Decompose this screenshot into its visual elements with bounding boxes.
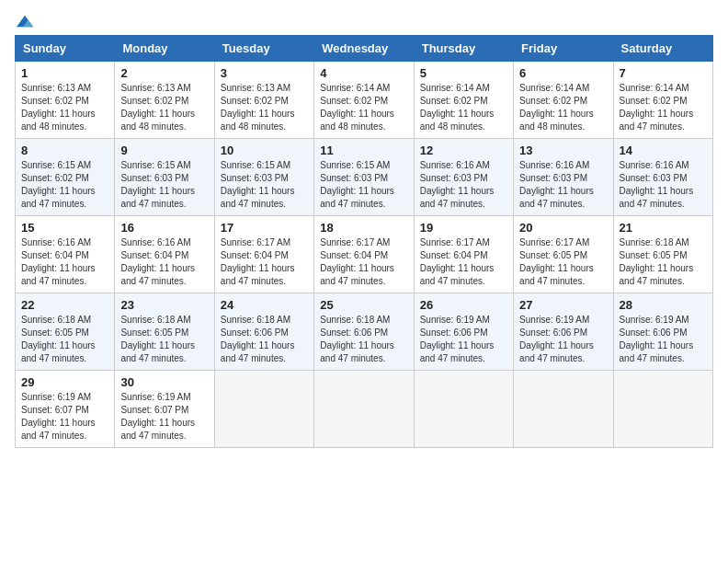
- calendar-table: SundayMondayTuesdayWednesdayThursdayFrid…: [15, 35, 713, 448]
- sunrise-text: Sunrise: 6:19 AM: [120, 392, 190, 402]
- daylight-text: Daylight: 11 hours and 48 minutes.: [221, 109, 295, 132]
- sunrise-text: Sunrise: 6:15 AM: [120, 160, 190, 170]
- daylight-text: Daylight: 11 hours and 47 minutes.: [620, 263, 694, 286]
- calendar-cell: 4 Sunrise: 6:14 AM Sunset: 6:02 PM Dayli…: [314, 62, 414, 139]
- day-number: 13: [519, 144, 607, 157]
- sunset-text: Sunset: 6:02 PM: [120, 96, 188, 106]
- daylight-text: Daylight: 11 hours and 47 minutes.: [221, 263, 295, 286]
- calendar-cell: 21 Sunrise: 6:18 AM Sunset: 6:05 PM Dayl…: [613, 216, 712, 293]
- calendar-cell: [613, 371, 712, 448]
- daylight-text: Daylight: 11 hours and 47 minutes.: [320, 263, 394, 286]
- daylight-text: Daylight: 11 hours and 47 minutes.: [620, 109, 694, 132]
- daylight-text: Daylight: 11 hours and 47 minutes.: [21, 186, 96, 209]
- day-info: Sunrise: 6:14 AM Sunset: 6:02 PM Dayligh…: [420, 82, 507, 133]
- calendar-week-3: 15 Sunrise: 6:16 AM Sunset: 6:04 PM Dayl…: [16, 216, 713, 293]
- day-number: 24: [221, 298, 308, 312]
- day-info: Sunrise: 6:15 AM Sunset: 6:03 PM Dayligh…: [320, 159, 407, 211]
- day-number: 18: [320, 221, 407, 235]
- calendar-cell: 28 Sunrise: 6:19 AM Sunset: 6:06 PM Dayl…: [613, 293, 712, 371]
- sunset-text: Sunset: 6:04 PM: [221, 250, 289, 260]
- day-number: 1: [21, 66, 108, 80]
- sunset-text: Sunset: 6:03 PM: [519, 173, 587, 183]
- daylight-text: Daylight: 11 hours and 47 minutes.: [420, 186, 495, 209]
- day-number: 20: [519, 221, 607, 235]
- sunset-text: Sunset: 6:02 PM: [21, 173, 89, 183]
- sunrise-text: Sunrise: 6:18 AM: [221, 315, 290, 325]
- day-number: 23: [120, 298, 208, 312]
- sunset-text: Sunset: 6:05 PM: [620, 250, 688, 260]
- calendar-cell: 2 Sunrise: 6:13 AM Sunset: 6:02 PM Dayli…: [115, 62, 214, 139]
- sunset-text: Sunset: 6:07 PM: [21, 405, 89, 415]
- sunset-text: Sunset: 6:02 PM: [620, 96, 688, 106]
- day-info: Sunrise: 6:19 AM Sunset: 6:06 PM Dayligh…: [420, 314, 507, 365]
- sunrise-text: Sunrise: 6:14 AM: [620, 83, 689, 93]
- sunset-text: Sunset: 6:03 PM: [420, 173, 488, 183]
- sunset-text: Sunset: 6:03 PM: [221, 173, 289, 183]
- daylight-text: Daylight: 11 hours and 47 minutes.: [320, 186, 394, 209]
- day-info: Sunrise: 6:18 AM Sunset: 6:05 PM Dayligh…: [120, 314, 208, 365]
- day-info: Sunrise: 6:19 AM Sunset: 6:07 PM Dayligh…: [120, 391, 208, 442]
- sunrise-text: Sunrise: 6:17 AM: [420, 237, 490, 247]
- calendar-cell: 16 Sunrise: 6:16 AM Sunset: 6:04 PM Dayl…: [115, 216, 214, 293]
- day-number: 21: [620, 221, 707, 235]
- sunset-text: Sunset: 6:02 PM: [519, 96, 587, 106]
- sunset-text: Sunset: 6:04 PM: [120, 250, 188, 260]
- calendar-header-thursday: Thursday: [414, 36, 513, 62]
- sunrise-text: Sunrise: 6:16 AM: [519, 160, 589, 170]
- sunset-text: Sunset: 6:06 PM: [519, 327, 587, 338]
- daylight-text: Daylight: 11 hours and 48 minutes.: [519, 109, 594, 132]
- day-info: Sunrise: 6:13 AM Sunset: 6:02 PM Dayligh…: [120, 82, 208, 133]
- daylight-text: Daylight: 11 hours and 47 minutes.: [620, 340, 694, 363]
- day-number: 27: [519, 298, 607, 312]
- calendar-cell: [314, 371, 414, 448]
- day-number: 8: [21, 144, 108, 157]
- day-number: 14: [620, 144, 707, 157]
- day-info: Sunrise: 6:14 AM Sunset: 6:02 PM Dayligh…: [620, 82, 707, 133]
- day-info: Sunrise: 6:14 AM Sunset: 6:02 PM Dayligh…: [320, 82, 407, 133]
- calendar-cell: 7 Sunrise: 6:14 AM Sunset: 6:02 PM Dayli…: [613, 62, 712, 139]
- calendar-cell: 27 Sunrise: 6:19 AM Sunset: 6:06 PM Dayl…: [514, 293, 613, 371]
- calendar-header-sunday: Sunday: [16, 36, 115, 62]
- day-info: Sunrise: 6:19 AM Sunset: 6:06 PM Dayligh…: [620, 314, 707, 365]
- daylight-text: Daylight: 11 hours and 47 minutes.: [21, 263, 96, 286]
- day-number: 12: [420, 144, 507, 157]
- day-info: Sunrise: 6:13 AM Sunset: 6:02 PM Dayligh…: [21, 82, 108, 133]
- calendar-cell: 14 Sunrise: 6:16 AM Sunset: 6:03 PM Dayl…: [613, 139, 712, 216]
- day-number: 15: [21, 221, 108, 235]
- daylight-text: Daylight: 11 hours and 47 minutes.: [21, 340, 96, 363]
- calendar-week-4: 22 Sunrise: 6:18 AM Sunset: 6:05 PM Dayl…: [16, 293, 713, 371]
- daylight-text: Daylight: 11 hours and 47 minutes.: [120, 418, 195, 441]
- calendar-cell: 13 Sunrise: 6:16 AM Sunset: 6:03 PM Dayl…: [514, 139, 613, 216]
- day-info: Sunrise: 6:17 AM Sunset: 6:04 PM Dayligh…: [221, 236, 308, 288]
- sunrise-text: Sunrise: 6:17 AM: [320, 237, 390, 247]
- day-number: 4: [320, 66, 407, 80]
- calendar-header-wednesday: Wednesday: [314, 36, 414, 62]
- sunset-text: Sunset: 6:04 PM: [21, 250, 89, 260]
- calendar-cell: 11 Sunrise: 6:15 AM Sunset: 6:03 PM Dayl…: [314, 139, 414, 216]
- sunrise-text: Sunrise: 6:13 AM: [120, 83, 190, 93]
- calendar-header-tuesday: Tuesday: [214, 36, 313, 62]
- day-info: Sunrise: 6:16 AM Sunset: 6:03 PM Dayligh…: [620, 159, 707, 211]
- day-number: 22: [21, 298, 108, 312]
- sunset-text: Sunset: 6:04 PM: [420, 250, 488, 260]
- day-info: Sunrise: 6:18 AM Sunset: 6:05 PM Dayligh…: [21, 314, 108, 365]
- calendar-cell: 24 Sunrise: 6:18 AM Sunset: 6:06 PM Dayl…: [214, 293, 313, 371]
- daylight-text: Daylight: 11 hours and 47 minutes.: [519, 263, 594, 286]
- calendar-cell: 9 Sunrise: 6:15 AM Sunset: 6:03 PM Dayli…: [115, 139, 214, 216]
- sunset-text: Sunset: 6:02 PM: [221, 96, 289, 106]
- daylight-text: Daylight: 11 hours and 47 minutes.: [120, 340, 195, 363]
- sunrise-text: Sunrise: 6:13 AM: [221, 83, 290, 93]
- calendar-cell: 1 Sunrise: 6:13 AM Sunset: 6:02 PM Dayli…: [16, 62, 115, 139]
- day-info: Sunrise: 6:16 AM Sunset: 6:04 PM Dayligh…: [21, 236, 108, 288]
- sunrise-text: Sunrise: 6:14 AM: [519, 83, 589, 93]
- sunrise-text: Sunrise: 6:13 AM: [21, 83, 91, 93]
- daylight-text: Daylight: 11 hours and 47 minutes.: [519, 340, 594, 363]
- day-info: Sunrise: 6:15 AM Sunset: 6:02 PM Dayligh…: [21, 159, 108, 211]
- sunrise-text: Sunrise: 6:14 AM: [420, 83, 490, 93]
- day-info: Sunrise: 6:13 AM Sunset: 6:02 PM Dayligh…: [221, 82, 308, 133]
- sunset-text: Sunset: 6:05 PM: [120, 327, 188, 338]
- calendar-cell: 26 Sunrise: 6:19 AM Sunset: 6:06 PM Dayl…: [414, 293, 513, 371]
- day-info: Sunrise: 6:15 AM Sunset: 6:03 PM Dayligh…: [120, 159, 208, 211]
- daylight-text: Daylight: 11 hours and 47 minutes.: [420, 340, 495, 363]
- day-info: Sunrise: 6:16 AM Sunset: 6:04 PM Dayligh…: [120, 236, 208, 288]
